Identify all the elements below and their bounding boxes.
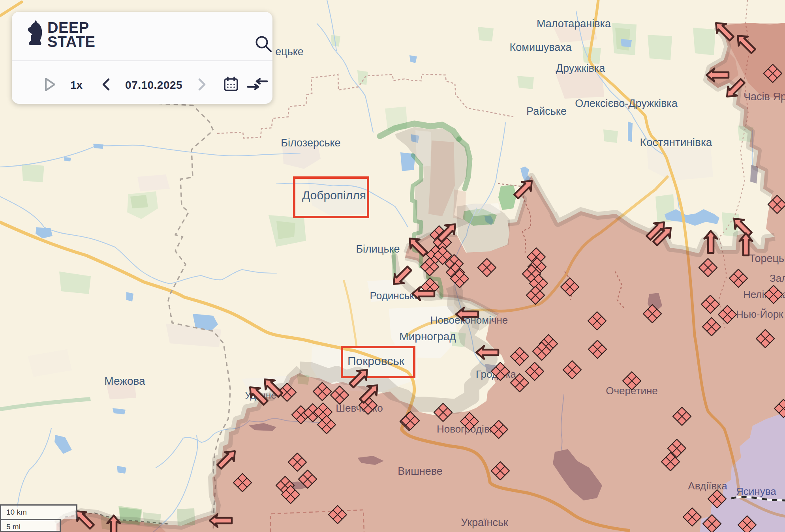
svg-text:Олексієво-Дружківка: Олексієво-Дружківка [575, 97, 678, 109]
svg-text:Комишуваха: Комишуваха [510, 41, 572, 53]
svg-text:Мирноград: Мирноград [399, 330, 456, 343]
svg-text:Малотаранівка: Малотаранівка [537, 18, 611, 30]
svg-text:ецьке: ецьке [275, 46, 304, 58]
svg-text:Райське: Райське [526, 105, 567, 117]
svg-text:Добропілля: Добропілля [302, 189, 366, 202]
svg-text:Дружківка: Дружківка [556, 62, 605, 74]
svg-text:Костянтинівка: Костянтинівка [640, 136, 712, 148]
svg-text:Межова: Межова [104, 375, 145, 387]
svg-text:Білозерське: Білозерське [281, 137, 340, 149]
svg-text:Покровськ: Покровськ [347, 354, 405, 367]
